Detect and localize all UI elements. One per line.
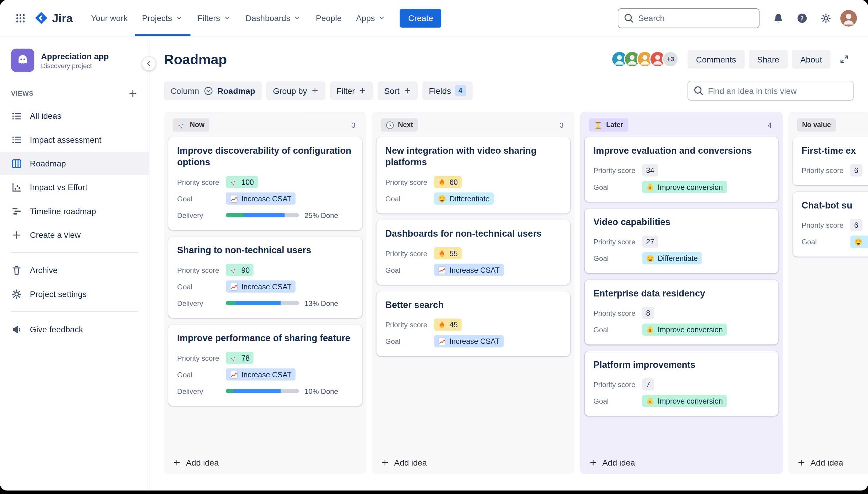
find-idea-input[interactable] xyxy=(687,81,853,101)
nav-your-work[interactable]: Your work xyxy=(84,0,135,36)
idea-card[interactable]: First-time ex Priority score 6 xyxy=(793,137,868,185)
board-column-now: Now 3 Improve discoverability of configu… xyxy=(164,112,366,474)
idea-card[interactable]: Improve performance of sharing feature P… xyxy=(168,325,362,406)
idea-card[interactable]: Dashboards for non-technical users Prior… xyxy=(377,220,571,285)
notifications-button[interactable] xyxy=(769,8,788,27)
create-button[interactable]: Create xyxy=(400,8,441,27)
question-circle-icon: ? xyxy=(797,13,808,23)
goal-chip: Differentiate xyxy=(642,252,702,265)
idea-title: Enterprise data residency xyxy=(594,288,770,299)
priority-score-chip: 8 xyxy=(642,307,654,319)
sidebar-item-timeline-roadmap[interactable]: Timeline roadmap xyxy=(0,199,149,223)
plus-icon xyxy=(11,229,22,240)
idea-card[interactable]: Better search Priority score 45 Goal xyxy=(377,292,571,357)
sidebar-item-impact-vs-effort[interactable]: Impact vs Effort xyxy=(0,175,149,199)
nav-apps[interactable]: Apps xyxy=(349,0,393,36)
help-button[interactable]: ? xyxy=(793,8,811,27)
sidebar-item-roadmap[interactable]: Roadmap xyxy=(0,152,149,175)
fullscreen-button[interactable] xyxy=(835,50,853,69)
priority-score-label: Priority score xyxy=(594,381,642,389)
sidebar-item-all-ideas[interactable]: All ideas xyxy=(0,104,149,128)
delivery-percent: 10% Done xyxy=(305,387,338,395)
filter-button[interactable]: Filter xyxy=(330,81,373,100)
priority-score-value: 45 xyxy=(449,321,458,329)
settings-button[interactable] xyxy=(816,8,835,27)
sidebar-item-project-settings[interactable]: Project settings xyxy=(0,282,149,306)
primary-nav: Your work Projects Filters Dashboards Pe… xyxy=(84,0,393,36)
sidebar-item-archive[interactable]: Archive xyxy=(0,258,149,282)
column-status-chip[interactable]: Now xyxy=(173,118,210,132)
goal-label: Goal xyxy=(177,283,226,291)
nav-filters[interactable]: Filters xyxy=(190,0,238,36)
idea-card[interactable]: Sharing to non-technical users Priority … xyxy=(168,237,362,318)
add-idea-button[interactable]: Add idea xyxy=(377,451,571,470)
idea-card[interactable]: Video capabilities Priority score 27 Goa… xyxy=(584,209,778,273)
idea-title: Chat-bot su xyxy=(801,200,868,211)
gear-icon xyxy=(820,13,831,23)
column-selector-label: Column xyxy=(170,86,199,95)
column-status-chip[interactable]: No value xyxy=(797,118,836,132)
comments-button[interactable]: Comments xyxy=(688,50,744,69)
plus-icon xyxy=(589,458,597,467)
user-avatar[interactable] xyxy=(840,10,857,26)
column-count: 4 xyxy=(768,121,774,129)
priority-score-chip: 45 xyxy=(434,319,462,331)
global-search-input[interactable] xyxy=(618,8,759,28)
goal-value: Improve conversion xyxy=(657,183,723,191)
about-button[interactable]: About xyxy=(792,50,830,69)
add-view-icon[interactable] xyxy=(128,89,138,99)
nav-dashboards[interactable]: Dashboards xyxy=(238,0,309,36)
column-status-chip[interactable]: Later xyxy=(589,118,628,132)
trash-icon xyxy=(11,265,22,276)
sidebar-item-impact-assessment[interactable]: Impact assessment xyxy=(0,128,149,151)
plus-icon xyxy=(173,458,181,467)
sidebar-item-label: Impact assessment xyxy=(30,135,102,145)
add-idea-button[interactable]: Add idea xyxy=(793,451,868,470)
idea-card[interactable]: Improve discoverability of configuration… xyxy=(168,137,362,230)
goal-value: Improve conversion xyxy=(657,397,723,405)
add-idea-button[interactable]: Add idea xyxy=(168,451,362,470)
idea-title: Improve discoverability of configuration… xyxy=(177,145,354,168)
collaborator-avatars[interactable]: +3 xyxy=(611,51,679,68)
idea-card[interactable]: Platform improvements Priority score 7 G… xyxy=(584,351,778,416)
idea-card[interactable]: Improve evaluation and conversions Prior… xyxy=(584,137,778,202)
nav-projects[interactable]: Projects xyxy=(135,0,190,36)
page-header: Roadmap +3 Comments Share About xyxy=(149,36,868,69)
project-header[interactable]: Appreciation app Discovery project xyxy=(0,46,149,81)
share-button[interactable]: Share xyxy=(749,50,788,69)
fire-icon xyxy=(438,178,446,186)
idea-title: New integration with video sharing platf… xyxy=(385,145,561,168)
nav-people[interactable]: People xyxy=(309,0,349,36)
rocket-icon xyxy=(178,121,186,129)
column-selector[interactable]: Column Roadmap xyxy=(164,81,262,100)
app-switcher-button[interactable] xyxy=(11,8,30,27)
sidebar-item-give-feedback[interactable]: Give feedback xyxy=(0,318,149,341)
avatar-overflow-badge[interactable]: +3 xyxy=(662,51,679,68)
goal-chip: Increase CSAT xyxy=(226,281,295,292)
sidebar-item-label: Give feedback xyxy=(30,325,83,334)
board-column-next: Next 3 New integration with video sharin… xyxy=(372,112,575,474)
chevron-down-icon xyxy=(378,14,386,22)
add-idea-label: Add idea xyxy=(186,458,219,467)
goal-label: Goal xyxy=(594,397,642,405)
sort-button[interactable]: Sort xyxy=(378,81,418,100)
nav-your-work-label: Your work xyxy=(91,13,128,23)
idea-card[interactable]: Chat-bot su Priority score 6 Goal xyxy=(793,192,868,257)
search-icon xyxy=(623,13,634,23)
column-status-chip[interactable]: Next xyxy=(381,118,418,132)
add-idea-button[interactable]: Add idea xyxy=(584,451,778,470)
chart-increasing-icon xyxy=(438,337,446,346)
view-toolbar: Column Roadmap Group by Filter Sort xyxy=(149,69,868,101)
idea-card[interactable]: New integration with video sharing platf… xyxy=(377,137,571,213)
fields-button[interactable]: Fields 4 xyxy=(422,81,472,100)
timeline-icon xyxy=(11,206,22,216)
sidebar-item-label: Project settings xyxy=(30,289,87,299)
idea-card[interactable]: Enterprise data residency Priority score… xyxy=(584,280,778,345)
sidebar-collapse-button[interactable] xyxy=(142,56,156,71)
goal-label: Goal xyxy=(594,326,642,334)
progress-done-segment xyxy=(226,213,244,217)
column-name: Later xyxy=(606,121,623,129)
sidebar-item-create-a-view[interactable]: Create a view xyxy=(0,223,149,247)
group-by-button[interactable]: Group by xyxy=(266,81,325,100)
jira-logo[interactable]: Jira xyxy=(34,11,73,25)
